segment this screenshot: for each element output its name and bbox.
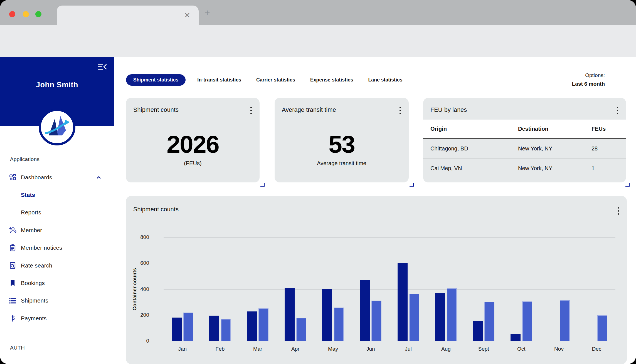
sidebar-item-member[interactable]: Member [0, 221, 114, 239]
sidebar-item-label: Member [21, 227, 42, 234]
sidebar-item-label: Rate search [21, 262, 52, 269]
bar-series-2-dec[interactable] [597, 315, 607, 341]
close-tab-icon[interactable]: ✕ [183, 11, 191, 19]
x-tick-label: Aug [427, 346, 465, 352]
clipboard-icon [9, 244, 16, 252]
bar-series-1-mar[interactable] [247, 311, 257, 341]
average-transit-time-card: Average transit time 53 Average transit … [275, 98, 409, 182]
sidebar-item-payments[interactable]: Payments [0, 309, 114, 327]
main-panel: Shipment statisticsIn-transit statistics… [114, 57, 636, 364]
tab-expense-statistics[interactable]: Expense statistics [307, 77, 357, 83]
sidebar-item-member-notices[interactable]: Member notices [0, 239, 114, 257]
card-menu-icon[interactable] [618, 207, 619, 215]
table-cell: Chittagong, BD [430, 145, 518, 152]
chevron-up-icon[interactable] [96, 174, 102, 180]
sidebar-item-dashboards[interactable]: Dashboards [0, 169, 114, 186]
sidebar-item-label: Stats [21, 192, 35, 198]
sidebar-nav: DashboardsStatsReportsMemberMember notic… [0, 169, 114, 327]
bar-series-1-sept[interactable] [473, 321, 483, 341]
bar-series-2-jul[interactable] [409, 294, 419, 341]
bar-series-2-jan[interactable] [183, 313, 193, 341]
sidebar-item-reports[interactable]: Reports [0, 204, 114, 221]
card-menu-icon[interactable] [617, 107, 618, 114]
bar-series-2-aug[interactable] [447, 288, 457, 341]
x-tick-label: Apr [277, 346, 314, 352]
avatar[interactable] [39, 109, 75, 145]
tab-carrier-statistics[interactable]: Carrier statistics [253, 77, 299, 83]
statistics-tabs: Shipment statisticsIn-transit statistics… [126, 74, 406, 86]
bar-series-2-oct[interactable] [522, 301, 532, 341]
table-cell: Cai Mep, VN [430, 165, 518, 172]
user-name: John Smith [0, 81, 114, 89]
bar-series-2-mar[interactable] [258, 308, 268, 341]
bar-series-1-oct[interactable] [511, 334, 521, 341]
bar-series-1-aug[interactable] [435, 293, 445, 341]
bar-series-1-may[interactable] [322, 289, 332, 341]
bar-series-2-sept[interactable] [484, 302, 494, 341]
bar-series-2-jun[interactable] [371, 301, 381, 341]
x-tick-label: Mar [239, 346, 277, 352]
table-row[interactable]: Cai Mep, VNNew York, NY1 [423, 159, 626, 178]
table-row[interactable]: Chittagong, BDNew York, NY28 [423, 139, 626, 159]
x-tick-label: May [314, 346, 352, 352]
gridline [164, 315, 615, 315]
x-tick-label: Oct [502, 346, 540, 352]
bar-series-2-nov[interactable] [560, 300, 570, 341]
company-logo-icon [41, 111, 73, 143]
sidebar-item-label: Dashboards [21, 174, 52, 181]
x-tick-label: Jan [164, 346, 201, 352]
dollar-icon [9, 315, 16, 322]
list-icon [9, 297, 16, 304]
app-content: John Smith Applications DashboardsStatsR… [0, 57, 636, 364]
resize-handle-icon[interactable] [260, 183, 265, 187]
options-value[interactable]: Last 6 month [572, 81, 605, 87]
y-tick-label: 800 [130, 234, 149, 240]
card-title: FEU by lanes [430, 107, 467, 113]
sidebar-item-shipments[interactable]: Shipments [0, 292, 114, 309]
minimize-window-button[interactable] [23, 11, 29, 17]
sidebar-item-rate-search[interactable]: Rate search [0, 257, 114, 274]
y-tick-label: 200 [130, 312, 149, 318]
table-cell: 1 [591, 165, 626, 172]
gridline [164, 237, 615, 237]
y-tick-label: 400 [130, 286, 149, 292]
column-origin: Origin [430, 126, 518, 132]
gridline [164, 341, 615, 341]
x-tick-label: Jun [352, 346, 390, 352]
sidebar-item-label: Member notices [21, 244, 62, 251]
new-tab-button[interactable]: + [203, 8, 211, 17]
browser-tab[interactable]: ✕ [57, 6, 199, 25]
bar-series-1-jun[interactable] [360, 280, 370, 341]
zoom-window-button[interactable] [35, 11, 41, 17]
dashboard-icon [9, 174, 16, 181]
bar-series-2-feb[interactable] [221, 319, 231, 341]
bar-series-1-jul[interactable] [398, 263, 408, 341]
gridline [164, 289, 615, 289]
bar-series-1-feb[interactable] [209, 316, 219, 341]
shipment-count-value: 2026 [126, 130, 260, 159]
sidebar-item-stats[interactable]: Stats [0, 186, 114, 204]
feu-table-header: Origin Destination FEUs [423, 120, 626, 138]
resize-handle-icon[interactable] [625, 183, 630, 187]
card-menu-icon[interactable] [250, 107, 252, 114]
feu-table-body: Chittagong, BDNew York, NY28Cai Mep, VNN… [423, 138, 626, 178]
card-title: Average transit time [282, 107, 336, 113]
sidebar-item-bookings[interactable]: Bookings [0, 274, 114, 292]
bar-series-1-apr[interactable] [285, 288, 295, 341]
card-menu-icon[interactable] [400, 107, 401, 114]
tab-lane-statistics[interactable]: Lane statistics [365, 77, 406, 83]
collapse-sidebar-icon[interactable] [98, 63, 107, 71]
bar-chart-plot: JanFebMarAprMayJunJulAugSeptOctNovDec [164, 237, 615, 341]
close-window-button[interactable] [9, 11, 15, 17]
bar-series-2-apr[interactable] [296, 318, 306, 341]
tab-shipment-statistics[interactable]: Shipment statistics [126, 74, 186, 86]
tab-in-transit-statistics[interactable]: In-transit statistics [194, 77, 245, 83]
options-label: Options: [572, 72, 605, 78]
x-tick-label: Nov [540, 346, 578, 352]
shipment-counts-chart-card: Shipment counts Container counts JanFebM… [126, 196, 627, 364]
chart-title: Shipment counts [133, 206, 179, 213]
bar-series-1-jan[interactable] [172, 318, 182, 341]
person-add-icon [9, 226, 16, 234]
bar-series-2-may[interactable] [334, 308, 344, 341]
resize-handle-icon[interactable] [410, 183, 414, 187]
